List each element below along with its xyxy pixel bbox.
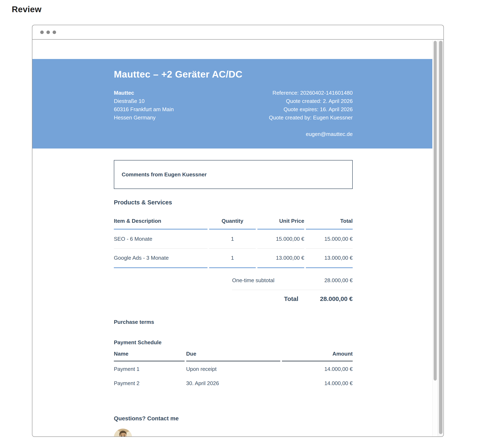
contact-avatar: [114, 429, 132, 436]
payment-amount: 14.000,00 €: [282, 361, 353, 376]
sender-email: eugen@mauttec.de: [269, 130, 353, 138]
company-address-line: Diestraße 10: [114, 97, 174, 105]
table-row: SEO - 6 Monate 1 15.000,00 € 15.000,00 €: [114, 230, 353, 249]
column-header-unit-price: Unit Price: [257, 212, 304, 230]
quote-document: Mauttec – +2 Geräter AC/DC Mauttec Diest…: [32, 40, 432, 436]
quote-title: Mauttec – +2 Geräter AC/DC: [114, 69, 353, 80]
item-total: 13.000,00 €: [306, 249, 353, 268]
subtotal-row: One-time subtotal 28.000,00 €: [232, 277, 353, 284]
table-row: Payment 2 30. April 2026 14.000,00 €: [114, 376, 353, 390]
window-dot-icon: [40, 31, 44, 34]
products-table: Item & Description Quantity Unit Price T…: [112, 212, 354, 268]
window-dot-icon: [53, 31, 56, 34]
column-header-due: Due: [186, 351, 281, 361]
totals-divider: [232, 290, 353, 290]
company-name: Mauttec: [114, 89, 174, 97]
contact-photo-icon: [114, 429, 132, 436]
subtotal-label: One-time subtotal: [232, 277, 274, 284]
column-header-name: Name: [114, 351, 185, 361]
column-header-quantity: Quantity: [209, 212, 256, 230]
item-unit-price: 15.000,00 €: [257, 230, 304, 249]
column-header-item: Item & Description: [114, 212, 207, 230]
products-services-heading: Products & Services: [114, 199, 353, 206]
payment-due: Upon receipt: [186, 361, 281, 376]
document-scrollbar-thumb[interactable]: [434, 41, 437, 381]
payment-header-row: Name Due Amount: [114, 351, 353, 361]
company-address-block: Mauttec Diestraße 10 60316 Frankfurt am …: [114, 89, 174, 138]
column-header-total: Total: [306, 212, 353, 230]
quote-created-by: Quote created by: Eugen Kuessner: [269, 113, 353, 122]
purchase-terms-heading: Purchase terms: [114, 319, 353, 325]
quote-body: Comments from Eugen Kuessner Products & …: [32, 160, 432, 436]
comments-label: Comments from Eugen Kuessner: [122, 171, 207, 178]
quote-meta-block: Reference: 20260402-141601480 Quote crea…: [269, 89, 353, 138]
company-address-line: 60316 Frankfurt am Main: [114, 105, 174, 113]
total-value: 28.000,00 €: [320, 295, 353, 302]
products-header-row: Item & Description Quantity Unit Price T…: [114, 212, 353, 230]
window-dot-icon: [47, 31, 50, 34]
quote-header-banner: Mauttec – +2 Geräter AC/DC Mauttec Diest…: [32, 59, 432, 148]
total-label: Total: [284, 295, 298, 302]
payment-name: Payment 1: [114, 361, 185, 376]
quote-preview-window: Mauttec – +2 Geräter AC/DC Mauttec Diest…: [32, 25, 444, 437]
panel-scrollbar[interactable]: [438, 40, 443, 436]
quote-created-date: Quote created: 2. April 2026: [269, 97, 353, 105]
column-header-amount: Amount: [282, 351, 353, 361]
window-titlebar: [32, 25, 443, 40]
document-scrollbar[interactable]: [432, 40, 438, 436]
item-name: Google Ads - 3 Monate: [114, 249, 207, 268]
table-row: Google Ads - 3 Monate 1 13.000,00 € 13.0…: [114, 249, 353, 268]
table-row: Payment 1 Upon receipt 14.000,00 €: [114, 361, 353, 376]
panel-scrollbar-thumb[interactable]: [439, 41, 442, 434]
quote-expires-date: Quote expires: 16. April 2026: [269, 105, 353, 113]
page-title: Review: [12, 4, 41, 14]
company-address-line: Hessen Germany: [114, 113, 174, 122]
totals-section: One-time subtotal 28.000,00 € Total 28.0…: [232, 277, 353, 302]
comments-box: Comments from Eugen Kuessner: [114, 160, 353, 189]
payment-schedule-table: Name Due Amount Payment 1 Upon receipt 1…: [112, 351, 354, 390]
item-quantity: 1: [209, 230, 256, 249]
item-quantity: 1: [209, 249, 256, 268]
item-total: 15.000,00 €: [306, 230, 353, 249]
subtotal-value: 28.000,00 €: [324, 277, 353, 284]
quote-reference: Reference: 20260402-141601480: [269, 89, 353, 97]
total-row: Total 28.000,00 €: [232, 295, 353, 302]
contact-heading: Questions? Contact me: [114, 416, 353, 422]
document-top-margin: [32, 40, 432, 59]
window-viewport: Mauttec – +2 Geräter AC/DC Mauttec Diest…: [32, 40, 443, 436]
payment-due: 30. April 2026: [186, 376, 281, 390]
payment-name: Payment 2: [114, 376, 185, 390]
item-unit-price: 13.000,00 €: [257, 249, 304, 268]
payment-amount: 14.000,00 €: [282, 376, 353, 390]
item-name: SEO - 6 Monate: [114, 230, 207, 249]
payment-schedule-heading: Payment Schedule: [114, 339, 353, 346]
